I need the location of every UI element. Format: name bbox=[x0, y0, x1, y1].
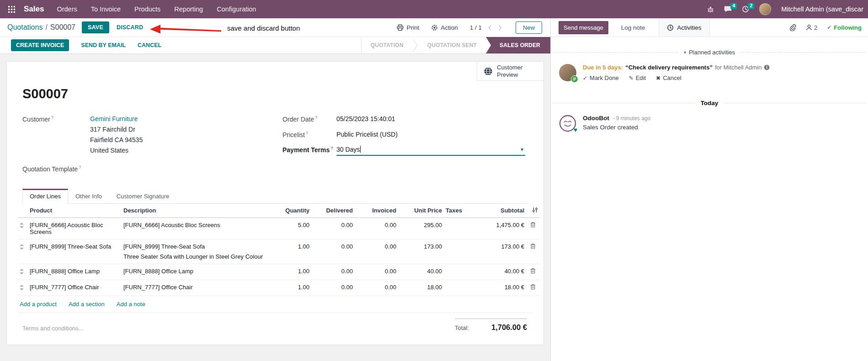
drag-handle-icon[interactable] bbox=[18, 239, 28, 264]
form-sheet: Customer Preview S00007 Customer? Gemini… bbox=[6, 61, 544, 345]
drag-handle-icon[interactable] bbox=[18, 280, 28, 296]
attachment-paperclip-icon[interactable] bbox=[789, 24, 796, 31]
cell-taxes[interactable] bbox=[444, 218, 472, 239]
drag-handle-icon[interactable] bbox=[18, 218, 28, 239]
cancel-activity-button[interactable]: ✖ Cancel bbox=[656, 74, 682, 81]
action-button[interactable]: Action bbox=[431, 24, 458, 31]
following-button[interactable]: ✓ Following bbox=[827, 24, 862, 31]
messages-icon[interactable]: 4 bbox=[724, 5, 732, 13]
cell-quantity[interactable]: 1.00 bbox=[272, 280, 311, 296]
order-date-field[interactable]: 05/25/2023 15:40:01 bbox=[336, 115, 395, 123]
send-by-email-button[interactable]: SEND BY EMAIL bbox=[81, 42, 126, 48]
cell-delivered[interactable]: 0.00 bbox=[311, 239, 355, 264]
payment-terms-input[interactable]: 30 Days ▾ bbox=[336, 146, 525, 156]
chatter-panel: Send message Log note Activities 2 ✓ Fol… bbox=[551, 18, 868, 361]
cell-product[interactable]: [FURN_7777] Office Chair bbox=[28, 280, 122, 296]
log-note-button[interactable]: Log note bbox=[621, 24, 645, 31]
cell-unit-price[interactable]: 173.00 bbox=[398, 239, 444, 264]
main-pane: Quotations / S00007 SAVE DISCARD save an… bbox=[0, 18, 551, 361]
cell-unit-price[interactable]: 18.00 bbox=[398, 280, 444, 296]
cell-invoiced[interactable]: 0.00 bbox=[355, 280, 398, 296]
pager-previous-icon[interactable] bbox=[488, 25, 492, 31]
send-message-button[interactable]: Send message bbox=[559, 21, 608, 34]
menu-orders[interactable]: Orders bbox=[57, 5, 77, 13]
cell-unit-price[interactable]: 295.00 bbox=[398, 218, 444, 239]
app-name[interactable]: Sales bbox=[24, 5, 44, 14]
cell-description[interactable]: [FURN_7777] Office Chair bbox=[122, 280, 272, 296]
user-avatar[interactable] bbox=[759, 3, 771, 15]
customer-field-label: Customer? bbox=[22, 115, 90, 154]
add-product-link[interactable]: Add a product bbox=[20, 301, 57, 308]
cell-invoiced[interactable]: 0.00 bbox=[355, 239, 398, 264]
discard-button[interactable]: DISCARD bbox=[117, 24, 143, 31]
activities-button[interactable]: Activities bbox=[659, 18, 709, 37]
pager-next-icon[interactable] bbox=[498, 25, 502, 31]
cell-product[interactable]: [FURN_8888] Office Lamp bbox=[28, 264, 122, 280]
cell-delivered[interactable]: 0.00 bbox=[311, 280, 355, 296]
breadcrumb: Quotations / S00007 bbox=[7, 23, 75, 32]
delete-line-icon[interactable] bbox=[526, 280, 540, 296]
order-line-row[interactable]: [FURN_7777] Office Chair [FURN_7777] Off… bbox=[18, 280, 540, 296]
breadcrumb-quotations-link[interactable]: Quotations bbox=[7, 23, 43, 32]
tab-customer-signature[interactable]: Customer Signature bbox=[109, 189, 177, 204]
create-invoice-button[interactable]: CREATE INVOICE bbox=[11, 39, 69, 51]
followers-button[interactable]: 2 bbox=[806, 24, 817, 31]
annotation-label: save and discard button bbox=[227, 24, 300, 32]
stage-quotation-sent[interactable]: QUOTATION SENT bbox=[418, 37, 486, 53]
terms-and-conditions-input[interactable]: Terms and conditions... bbox=[22, 319, 84, 332]
stage-sales-order[interactable]: SALES ORDER bbox=[486, 37, 550, 53]
pricelist-field[interactable]: Public Pricelist (USD) bbox=[336, 131, 398, 138]
cell-taxes[interactable] bbox=[444, 280, 472, 296]
debug-bug-icon[interactable] bbox=[707, 5, 714, 13]
cell-quantity[interactable]: 1.00 bbox=[272, 239, 311, 264]
cell-description[interactable]: [FURN_8888] Office Lamp bbox=[122, 264, 272, 280]
tab-order-lines[interactable]: Order Lines bbox=[22, 189, 68, 204]
apps-grid-icon[interactable] bbox=[5, 3, 17, 15]
menu-configuration[interactable]: Configuration bbox=[217, 5, 256, 13]
pager: 1 / 1 bbox=[470, 24, 502, 31]
customer-address-line: United States bbox=[90, 147, 143, 154]
cell-invoiced[interactable]: 0.00 bbox=[355, 218, 398, 239]
cell-invoiced[interactable]: 0.00 bbox=[355, 264, 398, 280]
order-line-row[interactable]: [FURN_6666] Acoustic Bloc Screens [FURN_… bbox=[18, 218, 540, 239]
cell-delivered[interactable]: 0.00 bbox=[311, 264, 355, 280]
delete-line-icon[interactable] bbox=[526, 218, 540, 239]
order-line-row[interactable]: [FURN_8888] Office Lamp [FURN_8888] Offi… bbox=[18, 264, 540, 280]
stage-quotation[interactable]: QUOTATION bbox=[362, 37, 413, 53]
menu-to-invoice[interactable]: To Invoice bbox=[91, 5, 121, 13]
save-button[interactable]: SAVE bbox=[82, 21, 109, 33]
new-button[interactable]: New bbox=[516, 21, 542, 34]
order-line-row[interactable]: [FURN_8999] Three-Seat Sofa [FURN_8999] … bbox=[18, 239, 540, 264]
delete-line-icon[interactable] bbox=[526, 264, 540, 280]
planned-activities-toggle[interactable]: ▾ Planned activities bbox=[684, 49, 735, 56]
optional-columns-icon[interactable] bbox=[526, 204, 540, 218]
customer-link[interactable]: Gemini Furniture bbox=[90, 115, 143, 122]
menu-reporting[interactable]: Reporting bbox=[174, 5, 203, 13]
user-menu[interactable]: Mitchell Admin (save_discar bbox=[781, 5, 863, 13]
activities-clock-icon[interactable]: 2 bbox=[742, 5, 749, 13]
cell-description[interactable]: [FURN_6666] Acoustic Bloc Screens bbox=[122, 218, 272, 239]
add-section-link[interactable]: Add a section bbox=[69, 301, 105, 308]
mark-done-button[interactable]: ✓ Mark Done bbox=[583, 74, 619, 81]
add-note-link[interactable]: Add a note bbox=[117, 301, 145, 308]
delete-line-icon[interactable] bbox=[526, 239, 540, 264]
info-icon[interactable] bbox=[764, 64, 770, 70]
dropdown-caret-icon[interactable]: ▾ bbox=[521, 146, 523, 153]
cell-taxes[interactable] bbox=[444, 264, 472, 280]
print-button[interactable]: Print bbox=[397, 24, 419, 31]
cell-product[interactable]: [FURN_8999] Three-Seat Sofa bbox=[28, 239, 122, 264]
cell-taxes[interactable] bbox=[444, 239, 472, 264]
cell-quantity[interactable]: 1.00 bbox=[272, 264, 311, 280]
cell-product[interactable]: [FURN_6666] Acoustic Bloc Screens bbox=[28, 218, 122, 239]
cell-delivered[interactable]: 0.00 bbox=[311, 218, 355, 239]
edit-activity-button[interactable]: ✎ Edit bbox=[629, 74, 646, 81]
tab-other-info[interactable]: Other Info bbox=[68, 189, 109, 204]
customer-preview-button[interactable]: Customer Preview bbox=[477, 62, 543, 81]
cancel-button[interactable]: CANCEL bbox=[138, 42, 161, 48]
cell-description[interactable]: [FURN_8999] Three-Seat Sofa Three Seater… bbox=[122, 239, 272, 264]
cell-unit-price[interactable]: 40.00 bbox=[398, 264, 444, 280]
drag-handle-icon[interactable] bbox=[18, 264, 28, 280]
cell-quantity[interactable]: 5.00 bbox=[272, 218, 311, 239]
col-delivered: Delivered bbox=[311, 204, 355, 218]
menu-products[interactable]: Products bbox=[134, 5, 160, 13]
